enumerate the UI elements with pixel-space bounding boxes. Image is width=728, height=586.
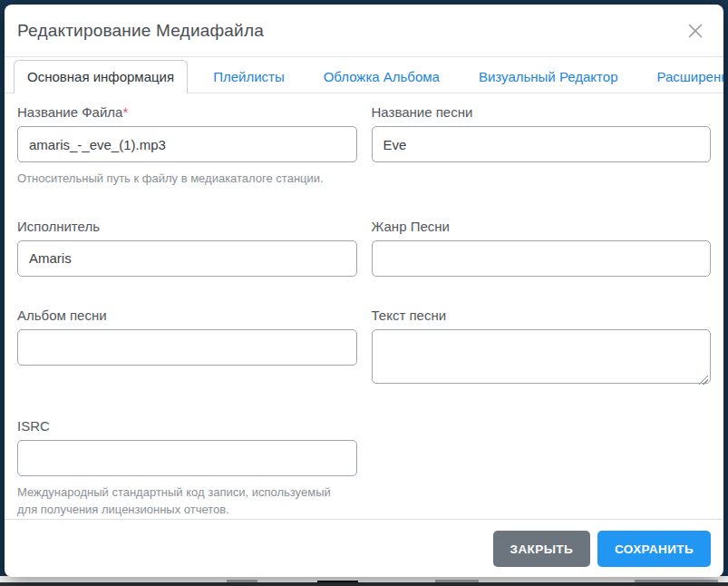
required-asterisk: * xyxy=(122,104,128,120)
field-isrc: ISRC Международный стандартный код запис… xyxy=(17,418,357,519)
dialog-header: Редактирование Медиафайла xyxy=(5,5,723,57)
clipped-dark-bar xyxy=(0,582,728,586)
dialog-body: Название Файла* Относительный путь к фай… xyxy=(5,93,723,519)
modal-backdrop: Редактирование Медиафайла Основная инфор… xyxy=(0,0,728,586)
song-title-label: Название песни xyxy=(372,104,712,120)
tab-bar: Основная информация Плейлисты Обложка Ал… xyxy=(5,57,723,93)
field-lyrics: Текст песни xyxy=(372,308,712,387)
edit-media-dialog: Редактирование Медиафайла Основная инфор… xyxy=(5,5,723,577)
field-song-title: Название песни xyxy=(372,104,712,188)
genre-label: Жанр Песни xyxy=(372,219,712,234)
song-title-input[interactable] xyxy=(372,126,712,162)
album-label: Альбом песни xyxy=(17,308,357,323)
isrc-help-text: Международный стандартный код записи, ис… xyxy=(17,484,353,519)
close-button[interactable]: ЗАКРЫТЬ xyxy=(493,531,590,567)
dialog-title: Редактирование Медиафайла xyxy=(17,21,264,41)
field-file-name: Название Файла* Относительный путь к фай… xyxy=(17,104,357,188)
isrc-input[interactable] xyxy=(17,440,357,476)
field-genre: Жанр Песни xyxy=(372,219,712,277)
artist-label: Исполнитель xyxy=(17,219,357,234)
save-button[interactable]: СОХРАНИТЬ xyxy=(597,531,711,567)
genre-input[interactable] xyxy=(372,240,712,277)
tab-playlists[interactable]: Плейлисты xyxy=(199,60,298,93)
background-page-sliver xyxy=(0,576,728,586)
field-artist: Исполнитель xyxy=(17,219,357,277)
field-album: Альбом песни xyxy=(17,308,357,387)
tab-main-info[interactable]: Основная информация xyxy=(14,60,188,93)
file-name-help-text: Относительный путь к файлу в медиакатало… xyxy=(17,171,353,188)
close-dialog-button[interactable] xyxy=(682,17,709,44)
lyrics-label: Текст песни xyxy=(372,308,712,323)
dialog-footer: ЗАКРЫТЬ СОХРАНИТЬ xyxy=(5,519,723,577)
lyrics-textarea[interactable] xyxy=(372,329,712,384)
file-name-input[interactable] xyxy=(17,126,357,162)
tab-advanced[interactable]: Расширенное xyxy=(643,60,723,93)
tab-album-art[interactable]: Обложка Альбома xyxy=(310,60,453,93)
artist-input[interactable] xyxy=(17,240,357,277)
file-name-label: Название Файла* xyxy=(17,104,357,120)
isrc-label: ISRC xyxy=(17,418,357,434)
tab-visual-editor[interactable]: Визуальный Редактор xyxy=(465,60,632,93)
close-icon xyxy=(686,22,704,40)
album-input[interactable] xyxy=(17,329,357,366)
